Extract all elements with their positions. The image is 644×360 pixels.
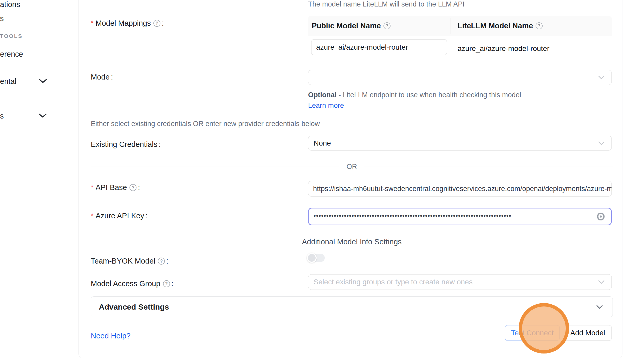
or-divider: OR xyxy=(91,163,613,171)
existing-credentials-label: Existing Credentials : xyxy=(91,140,161,149)
or-divider-text: OR xyxy=(347,163,357,171)
test-connect-button[interactable]: Test Connect xyxy=(505,325,560,341)
model-access-group-select[interactable]: Select existing groups or type to create… xyxy=(308,274,612,290)
existing-credentials-select[interactable]: None xyxy=(308,136,612,150)
need-help-link[interactable]: Need Help? xyxy=(91,332,131,340)
label-colon: : xyxy=(111,73,113,81)
mode-help-bold: Optional xyxy=(308,91,337,99)
column-header-litellm-model-name: LiteLLM Model Name xyxy=(458,22,533,30)
question-circle-icon[interactable]: ? xyxy=(153,20,160,27)
sidebar-item-models[interactable]: s xyxy=(0,14,4,23)
mode-help-body: - LiteLLM endpoint to use when health ch… xyxy=(337,91,521,99)
existing-credentials-value: None xyxy=(314,139,331,147)
label-colon: : xyxy=(138,183,140,192)
add-model-form-card: The model name LiteLLM will send to the … xyxy=(79,0,622,358)
chevron-down-icon[interactable] xyxy=(38,78,47,84)
label-colon: : xyxy=(166,257,168,265)
sidebar-section-tools: TOOLS xyxy=(0,33,23,39)
question-circle-icon[interactable]: ? xyxy=(163,280,170,287)
chevron-down-icon[interactable] xyxy=(38,113,47,118)
mode-select[interactable] xyxy=(308,70,612,85)
sidebar-item-organizations[interactable]: ations xyxy=(0,0,20,9)
learn-more-link[interactable]: Learn more xyxy=(308,102,344,109)
azure-api-key-label: * Azure API Key : xyxy=(91,212,148,220)
required-asterisk: * xyxy=(91,19,94,27)
question-circle-icon[interactable]: ? xyxy=(129,184,136,191)
advanced-settings-title: Advanced Settings xyxy=(99,303,169,311)
credentials-note: Either select existing credentials OR en… xyxy=(91,120,320,128)
model-mappings-label: * Model Mappings ? : xyxy=(91,19,164,28)
sidebar-item-experimental[interactable]: ental xyxy=(0,77,16,86)
team-byok-label: Team-BYOK Model ? : xyxy=(91,257,168,265)
litellm-model-name-value: azure_ai/azure-model-router xyxy=(458,36,549,61)
required-asterisk: * xyxy=(91,212,94,220)
advanced-settings-panel[interactable]: Advanced Settings xyxy=(91,296,613,317)
eye-icon[interactable] xyxy=(596,213,605,220)
mode-label-text: Mode xyxy=(91,73,110,81)
api-base-label-text: API Base xyxy=(96,183,127,192)
model-mappings-table: Public Model Name ? LiteLLM Model Name ?… xyxy=(308,16,612,61)
chevron-down-icon xyxy=(598,141,605,145)
model-access-group-placeholder: Select existing groups or type to create… xyxy=(314,278,473,286)
azure-api-key-input[interactable]: ••••••••••••••••••••••••••••••••••••••••… xyxy=(308,208,612,225)
question-circle-icon[interactable]: ? xyxy=(536,22,543,29)
add-model-button[interactable]: Add Model xyxy=(564,325,612,341)
sidebar: ations s TOOLS erence ental s xyxy=(0,0,79,360)
question-circle-icon[interactable]: ? xyxy=(383,22,391,29)
column-divider xyxy=(451,18,451,34)
model-mappings-table-header: Public Model Name ? LiteLLM Model Name ? xyxy=(308,16,612,36)
model-access-group-label-text: Model Access Group xyxy=(91,279,160,288)
additional-model-info-divider: Additional Model Info Settings xyxy=(91,238,613,246)
chevron-down-icon xyxy=(598,75,605,80)
mode-help-text: Optional - LiteLLM endpoint to use when … xyxy=(308,90,530,111)
model-mappings-table-row: azure_ai/azure-model-router azure_ai/azu… xyxy=(308,36,612,61)
chevron-down-icon xyxy=(598,280,605,284)
azure-api-key-label-text: Azure API Key xyxy=(96,212,144,220)
toggle-knob xyxy=(307,253,317,263)
column-header-public-model-name: Public Model Name xyxy=(312,22,381,30)
mode-label: Mode : xyxy=(91,73,113,81)
sidebar-item-inference[interactable]: erence xyxy=(0,50,23,58)
additional-model-info-divider-text: Additional Model Info Settings xyxy=(302,238,402,246)
label-colon: : xyxy=(162,19,164,28)
model-access-group-label: Model Access Group ? : xyxy=(91,279,173,288)
public-model-name-input[interactable]: azure_ai/azure-model-router xyxy=(311,39,447,55)
label-colon: : xyxy=(146,212,148,220)
masked-password-value: ••••••••••••••••••••••••••••••••••••••••… xyxy=(314,212,511,220)
required-asterisk: * xyxy=(91,184,94,192)
existing-credentials-label-text: Existing Credentials xyxy=(91,140,157,149)
sidebar-item-settings[interactable]: s xyxy=(0,112,4,120)
team-byok-toggle[interactable] xyxy=(308,254,325,262)
model-mappings-label-text: Model Mappings xyxy=(96,19,151,28)
chevron-down-icon xyxy=(596,305,603,309)
question-circle-icon[interactable]: ? xyxy=(158,258,165,265)
litellm-model-name-hint: The model name LiteLLM will send to the … xyxy=(308,0,465,8)
api-base-label: * API Base ? : xyxy=(91,183,140,192)
add-model-page: ations s TOOLS erence ental s The model … xyxy=(0,0,644,360)
api-base-input[interactable]: https://ishaa-mh6uutut-swedencentral.cog… xyxy=(308,181,612,197)
label-colon: : xyxy=(171,279,173,288)
label-colon: : xyxy=(159,140,161,149)
team-byok-label-text: Team-BYOK Model xyxy=(91,257,155,265)
